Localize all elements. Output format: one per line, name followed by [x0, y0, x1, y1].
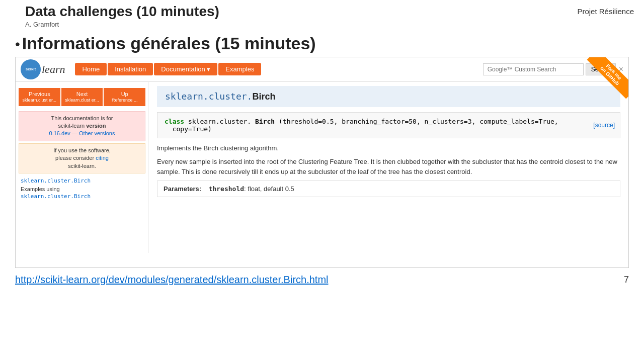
- fork-ribbon: Fork meon GitHub: [583, 57, 628, 103]
- slide-footer: http://scikit-learn.org/dev/modules/gene…: [0, 268, 644, 286]
- nav-installation-button[interactable]: Installation: [108, 63, 153, 75]
- class-name-mono: sklearn.cluster.: [165, 91, 252, 102]
- sidebar-up-sub: Reference ...: [106, 98, 143, 103]
- sidebar-next-button[interactable]: Next sklearn.clust er...: [61, 88, 103, 106]
- sklearn-navbar: scikit learn Home Installation Documenta…: [16, 57, 628, 82]
- params-label: Parameters:: [164, 185, 201, 193]
- class-name-bold: Birch: [252, 92, 275, 102]
- doc-desc2: Every new sample is inserted into the ro…: [157, 157, 620, 176]
- bullet-dot: •: [15, 37, 20, 51]
- nav-examples-button[interactable]: Examples: [218, 63, 261, 75]
- slide-author: A. Gramfort: [25, 21, 219, 28]
- doc-main: sklearn.cluster.Birch class sklearn.clus…: [149, 82, 628, 253]
- fork-ribbon-text: Fork meon GitHub: [587, 57, 628, 99]
- sidebar-links: sklearn.cluster.Birch Examples using skl…: [16, 175, 148, 204]
- cite-box: If you use the software, please consider…: [19, 143, 145, 173]
- logo-scikit-text: scikit: [26, 67, 36, 71]
- params-type: : float, default 0.5: [244, 185, 294, 193]
- nav-documentation-button[interactable]: Documentation ▾: [154, 63, 217, 75]
- version-link[interactable]: 0.16.dev: [49, 130, 70, 136]
- class-header: sklearn.cluster.Birch: [157, 86, 620, 107]
- params-table: Parameters: threshold: float, default 0.…: [157, 180, 620, 197]
- footer-url[interactable]: http://scikit-learn.org/dev/modules/gene…: [15, 274, 329, 286]
- doc-desc1: Implements the Birch clustering algorith…: [157, 143, 620, 153]
- sidebar-birch-link[interactable]: sklearn.cluster.Birch: [21, 177, 143, 184]
- bullet-section: • Informations générales (15 minutes): [0, 28, 644, 54]
- sidebar-up-button[interactable]: Up Reference ...: [104, 88, 145, 106]
- citing-link[interactable]: citing: [96, 155, 109, 161]
- sidebar-previous-label: Previous: [21, 91, 58, 98]
- header-brand: Projet Résilience: [577, 7, 634, 16]
- source-link[interactable]: [source]: [593, 122, 615, 129]
- nav-buttons: Home Installation Documentation ▾ Exampl…: [75, 63, 482, 75]
- browser-screenshot: Fork meon GitHub scikit learn Home Insta…: [15, 57, 629, 268]
- logo-circle: scikit: [21, 59, 41, 79]
- class-signature-text: sklearn.cluster. Birch (threshold=0.5, b…: [165, 118, 558, 133]
- sidebar-next-sub: sklearn.clust er...: [63, 98, 101, 103]
- sklearn-logo: scikit learn: [21, 59, 65, 79]
- sidebar-up-label: Up: [106, 91, 143, 98]
- sidebar-nav-buttons: Previous sklearn.clust er... Next sklear…: [16, 86, 148, 108]
- search-input[interactable]: [483, 63, 584, 75]
- content-area: Previous sklearn.clust er... Next sklear…: [16, 82, 628, 253]
- slide-title: Data challenges (10 minutes): [25, 4, 219, 20]
- other-versions-link[interactable]: Other versions: [79, 130, 115, 136]
- sidebar-previous-sub: sklearn.clust er...: [21, 98, 58, 103]
- kw-class: class: [165, 118, 184, 125]
- logo-learn-text: learn: [42, 63, 65, 76]
- version-strong: version: [86, 123, 106, 129]
- class-signature-box: class sklearn.cluster. Birch (threshold=…: [157, 112, 620, 138]
- version-notice-box: This documentation is for scikit-learn v…: [19, 111, 145, 141]
- slide-header: Data challenges (10 minutes) A. Gramfort…: [0, 0, 644, 28]
- params-name: threshold: [209, 185, 244, 193]
- bullet-text: Informations générales (15 minutes): [22, 33, 316, 54]
- sidebar-examples-text: Examples using: [21, 186, 143, 192]
- nav-home-button[interactable]: Home: [75, 63, 107, 75]
- sidebar-previous-button[interactable]: Previous sklearn.clust er...: [19, 88, 60, 106]
- sidebar: Previous sklearn.clust er... Next sklear…: [16, 82, 149, 253]
- sidebar-next-label: Next: [63, 91, 101, 98]
- footer-page-number: 7: [624, 275, 629, 285]
- sidebar-birch-examples-link[interactable]: sklearn.cluster.Birch: [21, 193, 143, 200]
